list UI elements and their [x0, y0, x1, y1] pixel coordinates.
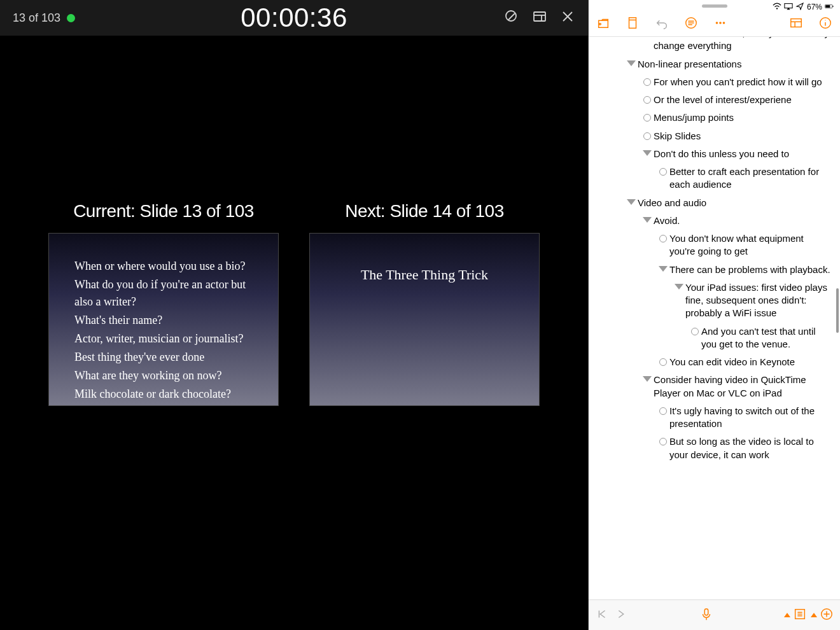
- annotate-icon[interactable]: [504, 9, 519, 27]
- outline-row-text: Menus/jump points: [654, 111, 831, 124]
- slide-text-line: Milk chocolate or dark chocolate?: [74, 386, 253, 403]
- svg-point-9: [716, 22, 718, 24]
- outline-row[interactable]: Skip Slides: [589, 127, 840, 145]
- outline-row-text: Skip Slides: [654, 130, 831, 143]
- slide-text-line: What's their name?: [74, 312, 253, 329]
- outline-row-text: Avoid.: [654, 214, 831, 227]
- bullet-circle-icon: [641, 94, 654, 104]
- outline-row[interactable]: Or the level of interest/experiene: [589, 91, 840, 109]
- outline-row-text: Non-linear presentations: [638, 58, 831, 71]
- outliner-app: 67% Select a master slide, then you can …: [588, 0, 840, 630]
- outline-row-text: It's ugly having to switch out of the pr…: [669, 405, 831, 431]
- expand-triangle-icon[interactable]: [811, 613, 817, 617]
- location-icon: [795, 3, 804, 12]
- add-item-icon[interactable]: [820, 607, 834, 624]
- bullet-circle-icon: [657, 165, 669, 176]
- outline-row[interactable]: Select a master slide, then you can easi…: [589, 37, 840, 55]
- list-icon[interactable]: [793, 607, 807, 624]
- outline-row[interactable]: You don't know what equipment you're goi…: [589, 230, 840, 261]
- disclosure-triangle-icon[interactable]: [625, 58, 638, 66]
- collapse-triangle-icon[interactable]: [784, 613, 790, 617]
- outline-row-text: And you can't test that until you get to…: [701, 325, 831, 351]
- outline-row[interactable]: And you can't test that until you get to…: [589, 323, 840, 354]
- nav-start-icon[interactable]: [595, 607, 609, 624]
- slide-counter-text: 13 of 103: [13, 11, 60, 25]
- microphone-icon[interactable]: [699, 607, 713, 624]
- current-slide-thumbnail[interactable]: When or where would you use a bio?What d…: [48, 233, 279, 406]
- document-icon[interactable]: [626, 16, 640, 32]
- undo-icon[interactable]: [655, 16, 669, 32]
- current-slide-column: Current: Slide 13 of 103 When or where w…: [48, 201, 279, 406]
- outline-row[interactable]: But so long as the video is local to you…: [589, 433, 840, 464]
- svg-rect-6: [832, 5, 833, 6]
- bullet-circle-icon: [641, 76, 654, 86]
- outline-row[interactable]: Don't do this unless you need to: [589, 145, 840, 163]
- svg-point-2: [776, 8, 778, 9]
- disclosure-triangle-icon[interactable]: [641, 374, 654, 382]
- nav-next-icon[interactable]: [614, 607, 628, 624]
- slide-counter[interactable]: 13 of 103: [13, 11, 75, 25]
- outline-row-text: Don't do this unless you need to: [654, 148, 831, 160]
- outline-row[interactable]: For when you can't predict how it will g…: [589, 73, 840, 91]
- disclosure-triangle-icon[interactable]: [673, 281, 685, 290]
- view-icon[interactable]: [789, 16, 803, 32]
- outline-row-text: Your iPad issues: first video plays fine…: [685, 281, 831, 320]
- slide-text-line: Actor, writer, musician or journalist?: [74, 330, 253, 347]
- outline-row[interactable]: Consider having video in QuickTime Playe…: [589, 371, 840, 402]
- outline-row-text: Or the level of interest/experiene: [654, 94, 831, 106]
- layout-icon[interactable]: [532, 9, 547, 27]
- close-icon[interactable]: [560, 9, 575, 27]
- battery-icon: [825, 3, 834, 12]
- outline-icon[interactable]: [684, 16, 698, 32]
- disclosure-triangle-icon[interactable]: [657, 263, 669, 272]
- outline-row[interactable]: Non-linear presentations: [589, 55, 840, 73]
- wifi-icon: [773, 3, 781, 12]
- presentation-timer[interactable]: 00:00:36: [241, 3, 347, 33]
- svg-point-11: [723, 22, 725, 24]
- disclosure-triangle-icon[interactable]: [641, 148, 654, 156]
- presenter-top-bar: 13 of 103 00:00:36: [0, 0, 588, 36]
- slides-preview-area: Current: Slide 13 of 103 When or where w…: [0, 36, 588, 406]
- outline-content[interactable]: Select a master slide, then you can easi…: [589, 37, 840, 599]
- svg-rect-12: [791, 18, 802, 27]
- scroll-indicator[interactable]: [836, 288, 839, 333]
- outliner-toolbar: [589, 11, 840, 37]
- more-icon[interactable]: [713, 16, 727, 32]
- outline-row-text: Select a master slide, then you can easi…: [654, 37, 831, 53]
- bullet-circle-icon: [657, 435, 669, 445]
- presenter-top-icons: [504, 9, 575, 27]
- outline-row[interactable]: Your iPad issues: first video plays fine…: [589, 279, 840, 323]
- outline-row[interactable]: Menus/jump points: [589, 109, 840, 127]
- outline-row-text: There can be problems with playback.: [669, 263, 831, 276]
- next-slide-label: Next: Slide 14 of 103: [309, 201, 540, 221]
- svg-rect-7: [629, 17, 636, 28]
- outline-row-text: Consider having video in QuickTime Playe…: [654, 374, 831, 400]
- outline-row[interactable]: Avoid.: [589, 212, 840, 230]
- disclosure-triangle-icon[interactable]: [641, 214, 654, 223]
- bullet-circle-icon: [641, 130, 654, 140]
- outline-row[interactable]: Better to craft each presentation for ea…: [589, 163, 840, 194]
- outline-row-text: You can edit video in Keynote: [669, 356, 831, 368]
- slide-text-line: Best thing they've ever done: [74, 349, 253, 366]
- svg-rect-3: [785, 3, 792, 8]
- outline-row-text: Video and audio: [638, 197, 831, 209]
- record-indicator-icon: [67, 14, 75, 22]
- svg-rect-5: [825, 5, 830, 8]
- airplay-icon: [784, 3, 793, 12]
- outline-row[interactable]: Video and audio: [589, 194, 840, 212]
- next-slide-title: The Three Thing Trick: [310, 234, 539, 283]
- next-slide-thumbnail[interactable]: The Three Thing Trick: [309, 233, 540, 406]
- disclosure-triangle-icon[interactable]: [625, 197, 638, 205]
- svg-rect-14: [704, 608, 708, 615]
- presenter-view: 13 of 103 00:00:36 Current: Slide 13 of …: [0, 0, 588, 630]
- slideover-grabber-icon[interactable]: [702, 4, 727, 8]
- documents-back-icon[interactable]: [596, 16, 610, 32]
- bullet-circle-icon: [657, 232, 669, 242]
- outline-row[interactable]: It's ugly having to switch out of the pr…: [589, 402, 840, 433]
- outline-row[interactable]: You can edit video in Keynote: [589, 353, 840, 371]
- current-slide-content: When or where would you use a bio?What d…: [49, 234, 278, 403]
- info-icon[interactable]: [818, 16, 832, 32]
- outline-row[interactable]: There can be problems with playback.: [589, 261, 840, 279]
- slide-text-line: When or where would you use a bio?: [74, 258, 253, 275]
- bullet-circle-icon: [657, 405, 669, 415]
